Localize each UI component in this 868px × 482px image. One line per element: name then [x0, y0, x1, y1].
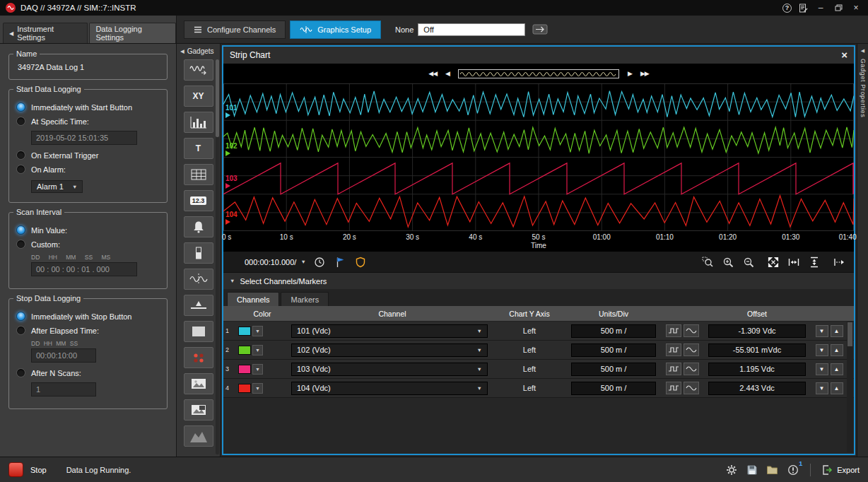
offset-down-button[interactable]: ▼: [816, 325, 828, 337]
gadget-properties-strip[interactable]: ◀ Gadget Properties: [857, 44, 868, 457]
gadget-data-table[interactable]: [184, 164, 213, 185]
chart-y-axis-value[interactable]: Left: [495, 365, 564, 373]
radio-scan-custom[interactable]: Custom:: [16, 240, 160, 249]
radio-start-on-alarm[interactable]: On Alarm:: [16, 165, 160, 174]
gadget-slider-control[interactable]: [184, 295, 213, 316]
scroll-fast-fwd-button[interactable]: ▶▶: [640, 70, 649, 77]
radio-start-external-trigger[interactable]: On External Trigger: [16, 151, 160, 160]
chart-y-axis-value[interactable]: Left: [495, 384, 564, 392]
offset-up-button[interactable]: ▲: [831, 382, 843, 394]
zoom-out-icon[interactable]: [741, 255, 755, 269]
gadget-panel[interactable]: [184, 321, 213, 342]
offset-down-button[interactable]: ▼: [816, 363, 828, 375]
help-icon[interactable]: ?: [782, 4, 792, 13]
color-dropdown[interactable]: ▼: [252, 326, 263, 336]
zoom-region-icon[interactable]: [700, 255, 714, 269]
step-waveform-button[interactable]: [666, 324, 681, 337]
channel-table-scrollbar[interactable]: [847, 322, 853, 452]
shield-icon[interactable]: [354, 255, 368, 269]
expand-all-icon[interactable]: [766, 255, 780, 269]
scroll-fast-back-button[interactable]: ◀◀: [428, 70, 437, 77]
chart-y-axis-value[interactable]: Left: [495, 346, 564, 354]
color-swatch[interactable]: [238, 384, 251, 393]
gadget-histogram[interactable]: [184, 112, 213, 133]
fit-vertical-icon[interactable]: [807, 255, 821, 269]
offset-field[interactable]: 1.195 Vdc: [708, 363, 806, 376]
specific-time-field[interactable]: 2019-05-02 15:01:35: [31, 131, 137, 145]
offset-up-button[interactable]: ▲: [831, 325, 843, 337]
sine-waveform-button[interactable]: [684, 343, 699, 356]
scroll-back-button[interactable]: ◀: [445, 70, 450, 77]
zoom-in-icon[interactable]: [721, 255, 734, 269]
units-per-div-field[interactable]: 500 m /: [571, 382, 656, 395]
color-swatch[interactable]: [238, 327, 251, 336]
report-icon[interactable]: [797, 2, 809, 13]
settings-gear-icon[interactable]: [725, 463, 738, 476]
radio-stop-elapsed-time[interactable]: After Elapsed Time:: [16, 326, 160, 335]
radio-scan-min-value[interactable]: Min Value:: [16, 225, 160, 235]
channel-dropdown[interactable]: 102 (Vdc)▼: [291, 343, 488, 357]
select-channels-markers-header[interactable]: ▼ Select Channels/Markers: [223, 272, 854, 289]
gadget-xy-chart[interactable]: XY: [184, 86, 213, 107]
fit-horizontal-icon[interactable]: [787, 255, 800, 269]
offset-up-button[interactable]: ▲: [831, 363, 843, 375]
alarm-select[interactable]: Alarm 1 ▼: [31, 180, 83, 193]
units-per-div-field[interactable]: 500 m /: [571, 324, 656, 338]
channel-dropdown[interactable]: 104 (Vdc)▼: [291, 382, 488, 395]
offset-field[interactable]: -55.901 mVdc: [708, 343, 806, 357]
gadget-strip-chart[interactable]: [184, 59, 213, 81]
offset-field[interactable]: -1.309 Vdc: [708, 324, 806, 338]
tab-markers[interactable]: Markers: [281, 292, 329, 306]
scan-interval-field[interactable]: 00 : 00 : 00 : 01 . 000: [31, 262, 137, 276]
sine-waveform-button[interactable]: [684, 382, 699, 394]
gadget-image-chart[interactable]: [184, 399, 213, 421]
chart-overview-scrollbar[interactable]: [458, 69, 619, 78]
close-icon[interactable]: ×: [841, 50, 848, 60]
offset-field[interactable]: 2.443 Vdc: [708, 382, 806, 395]
radio-start-specific-time[interactable]: At Specific Time:: [16, 117, 160, 126]
units-per-div-field[interactable]: 500 m /: [571, 363, 656, 376]
gadget-waveform-viewer[interactable]: [184, 269, 213, 290]
strip-chart-plot[interactable]: 101102103104: [223, 83, 854, 231]
tab-channels[interactable]: Channels: [227, 292, 279, 306]
overlay-mode-select[interactable]: Off: [418, 23, 525, 36]
step-waveform-button[interactable]: [666, 343, 681, 356]
stop-button[interactable]: [8, 462, 23, 477]
channel-dropdown[interactable]: 103 (Vdc)▼: [291, 363, 488, 376]
offset-down-button[interactable]: ▼: [816, 382, 828, 394]
screen-capture-icon[interactable]: [532, 24, 548, 35]
flag-marker-icon[interactable]: [334, 255, 347, 269]
sine-waveform-button[interactable]: [684, 324, 699, 337]
color-swatch[interactable]: [238, 346, 251, 355]
gadget-text-display[interactable]: T: [184, 138, 213, 159]
radio-stop-immediately[interactable]: Immediately with Stop Button: [16, 312, 160, 321]
radio-start-immediately[interactable]: Immediately with Start Button: [16, 102, 160, 112]
radio-stop-n-scans[interactable]: After N Scans:: [16, 368, 160, 377]
gadget-led-indicator[interactable]: [184, 347, 213, 368]
tab-instrument-settings[interactable]: ◀ Instrument Settings: [3, 23, 88, 43]
save-icon[interactable]: [745, 463, 758, 476]
gadgets-scrollbar[interactable]: [216, 59, 219, 454]
restore-button[interactable]: [832, 2, 845, 13]
n-scans-field[interactable]: 1: [31, 382, 96, 396]
pan-step-icon[interactable]: [832, 255, 845, 269]
color-dropdown[interactable]: ▼: [252, 383, 263, 394]
minimize-button[interactable]: –: [814, 2, 827, 13]
channel-marker-101[interactable]: 101: [225, 105, 237, 118]
gadget-image-display[interactable]: [184, 373, 213, 394]
step-waveform-button[interactable]: [666, 363, 681, 375]
strip-chart-header[interactable]: Strip Chart ×: [223, 47, 854, 64]
tab-data-logging-settings[interactable]: Data Logging Settings: [89, 23, 176, 43]
channel-marker-104[interactable]: 104: [225, 211, 237, 225]
elapsed-time-field[interactable]: 00:00:10:00: [31, 348, 96, 363]
channel-dropdown[interactable]: 101 (Vdc)▼: [291, 324, 488, 338]
export-button[interactable]: Export: [821, 464, 860, 476]
gadget-area-chart[interactable]: [184, 425, 213, 447]
offset-down-button[interactable]: ▼: [816, 344, 828, 356]
time-per-div-dropdown[interactable]: 000:00:10.000/ ▼: [245, 258, 306, 266]
gadget-digital-display[interactable]: 12.3: [184, 190, 213, 211]
clock-icon[interactable]: [313, 255, 327, 269]
color-dropdown[interactable]: ▼: [252, 345, 263, 355]
tab-graphics-setup[interactable]: Graphics Setup: [290, 20, 381, 39]
chart-y-axis-value[interactable]: Left: [495, 327, 564, 335]
